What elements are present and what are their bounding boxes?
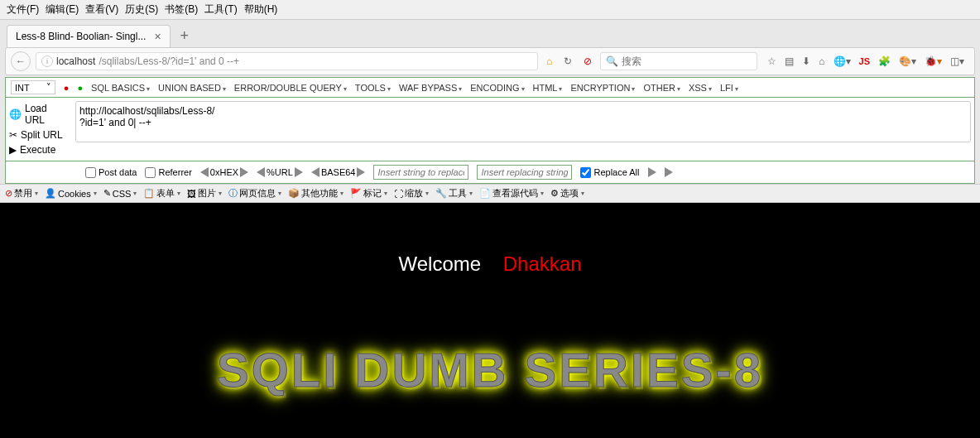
wd-cookies[interactable]: 👤Cookies [45, 188, 97, 199]
tab-bar: Less-8 Blind- Boolian- Singl... × + [0, 20, 980, 47]
hex-encode[interactable]: 0xHEX [200, 167, 248, 177]
postdata-label: Post data [98, 167, 137, 177]
home-icon[interactable]: ⌂ [543, 54, 555, 69]
close-icon[interactable]: × [154, 30, 161, 43]
split-url-button[interactable]: ✂Split URL [9, 128, 69, 142]
wd-resize-label: 缩放 [405, 187, 423, 200]
wd-misc-label: 其他功能 [301, 187, 338, 200]
nav-bar: ← i localhost/sqlilabs/Less-8/?id=1' and… [5, 47, 975, 75]
palette-icon[interactable]: 🎨▾ [899, 55, 916, 67]
load-url-label: Load URL [25, 103, 69, 126]
insert-replace-input[interactable] [477, 165, 572, 180]
menu-view[interactable]: 查看(V) [85, 2, 118, 17]
wd-resize[interactable]: ⛶缩放 [394, 187, 429, 200]
hackbar-url-input[interactable] [75, 101, 971, 142]
welcome-name: Dhakkan [503, 253, 582, 275]
globe-small-icon: 🌐 [9, 108, 22, 120]
new-tab-button[interactable]: + [175, 27, 195, 45]
wd-options-label: 选项 [560, 187, 579, 200]
menu-bar: 文件(F) 编辑(E) 查看(V) 历史(S) 书签(B) 工具(T) 帮助(H… [0, 0, 980, 20]
referrer-checkbox[interactable]: Referrer [145, 167, 191, 178]
postdata-checkbox[interactable]: Post data [85, 167, 137, 178]
play-icon: ▶ [9, 144, 17, 156]
wd-source[interactable]: 📄查看源代码 [479, 187, 544, 200]
browser-tab[interactable]: Less-8 Blind- Boolian- Singl... × [7, 25, 171, 47]
hb-waf-bypass[interactable]: WAF BYPASS [399, 83, 462, 93]
download-icon[interactable]: ⬇ [802, 55, 810, 67]
bookmark-star-icon[interactable]: ☆ [767, 55, 776, 67]
replace-all-checkbox[interactable]: Replace All [580, 167, 639, 178]
pencil-icon: ✎ [103, 188, 111, 199]
execute-button[interactable]: ▶Execute [9, 142, 69, 157]
wd-css[interactable]: ✎CSS [103, 188, 137, 199]
welcome-heading: Welcome Dhakkan [0, 203, 980, 276]
url-box[interactable]: i localhost/sqlilabs/Less-8/?id=1' and 0… [36, 52, 538, 70]
code-icon: 📄 [479, 188, 491, 199]
type-select[interactable]: INT˅ [11, 80, 55, 94]
hb-encoding[interactable]: ENCODING [470, 83, 524, 93]
wd-disable-label: 禁用 [14, 187, 32, 200]
wd-forms-label: 表单 [156, 187, 175, 200]
wd-css-label: CSS [113, 189, 132, 199]
globe-icon[interactable]: 🌐▾ [833, 55, 851, 67]
hb-encryption[interactable]: ENCRYPTION [570, 83, 635, 93]
hb-lfi[interactable]: LFI [720, 83, 738, 93]
menu-history[interactable]: 历史(S) [125, 2, 158, 17]
wd-images-label: 图片 [198, 187, 216, 200]
bug-icon[interactable]: 🐞▾ [925, 55, 942, 67]
insert-find-input[interactable] [373, 165, 468, 180]
replace-go2[interactable] [665, 167, 673, 177]
menu-tools[interactable]: 工具(T) [204, 2, 237, 17]
search-box[interactable]: 🔍 [600, 52, 757, 70]
url-encode[interactable]: %URL [257, 167, 303, 177]
reload-icon[interactable]: ↻ [560, 54, 575, 69]
hb-other[interactable]: OTHER [643, 83, 680, 93]
noscript-icon[interactable]: ⊘ [580, 54, 595, 69]
menu-help[interactable]: 帮助(H) [244, 2, 278, 17]
image-icon: 🖼 [187, 189, 196, 199]
resize-icon: ⛶ [394, 189, 403, 199]
wd-disable[interactable]: ⊘禁用 [5, 187, 38, 200]
hb-union-based[interactable]: UNION BASED [158, 83, 226, 93]
addon-icon[interactable]: 🧩 [878, 55, 891, 67]
tab-title: Less-8 Blind- Boolian- Singl... [16, 31, 146, 42]
misc-icon: 📦 [288, 188, 300, 199]
url-host: localhost [56, 55, 95, 67]
wd-options[interactable]: ⚙选项 [550, 187, 584, 200]
wd-cookies-label: Cookies [58, 189, 91, 199]
form-icon: 📋 [143, 188, 155, 199]
base64-encode[interactable]: BASE64 [311, 167, 366, 177]
hb-tools[interactable]: TOOLS [355, 83, 391, 93]
wd-forms[interactable]: 📋表单 [143, 187, 180, 200]
hackbar-tools-row: Post data Referrer 0xHEX %URL BASE64 Rep… [5, 161, 975, 184]
info-icon[interactable]: i [41, 55, 53, 67]
hb-xss[interactable]: XSS [689, 83, 712, 93]
search-input[interactable] [622, 55, 752, 67]
wd-tools[interactable]: 🔧工具 [435, 187, 473, 200]
wd-misc[interactable]: 📦其他功能 [288, 187, 343, 200]
wrench-icon: 🔧 [435, 188, 447, 199]
wd-outline[interactable]: 🚩标记 [350, 187, 387, 200]
pocket-icon[interactable]: ▤ [785, 55, 794, 67]
replace-go[interactable] [648, 167, 656, 177]
wd-images[interactable]: 🖼图片 [187, 187, 222, 200]
menu-edit[interactable]: 编辑(E) [46, 2, 79, 17]
go-icon[interactable]: ● [77, 83, 83, 93]
wd-info-label: 网页信息 [239, 187, 276, 200]
hb-sql-basics[interactable]: SQL BASICS [91, 83, 150, 93]
hb-html[interactable]: HTML [533, 83, 563, 93]
menu-file[interactable]: 文件(F) [7, 2, 39, 17]
execute-label: Execute [20, 144, 55, 156]
wd-info[interactable]: ⓘ网页信息 [228, 187, 281, 200]
home-btn-icon[interactable]: ⌂ [819, 55, 824, 67]
record-icon[interactable]: ● [64, 83, 70, 93]
back-button[interactable]: ← [11, 51, 31, 71]
wd-source-label: 查看源代码 [492, 187, 538, 200]
referrer-label: Referrer [158, 167, 191, 177]
menu-bookmarks[interactable]: 书签(B) [165, 2, 198, 17]
load-url-button[interactable]: 🌐Load URL [9, 101, 69, 128]
js-icon[interactable]: JS [859, 56, 870, 66]
hb-error-query[interactable]: ERROR/DOUBLE QUERY [234, 83, 347, 93]
cookie-icon: 👤 [45, 188, 56, 199]
sidebar-icon[interactable]: ◫▾ [950, 55, 964, 67]
